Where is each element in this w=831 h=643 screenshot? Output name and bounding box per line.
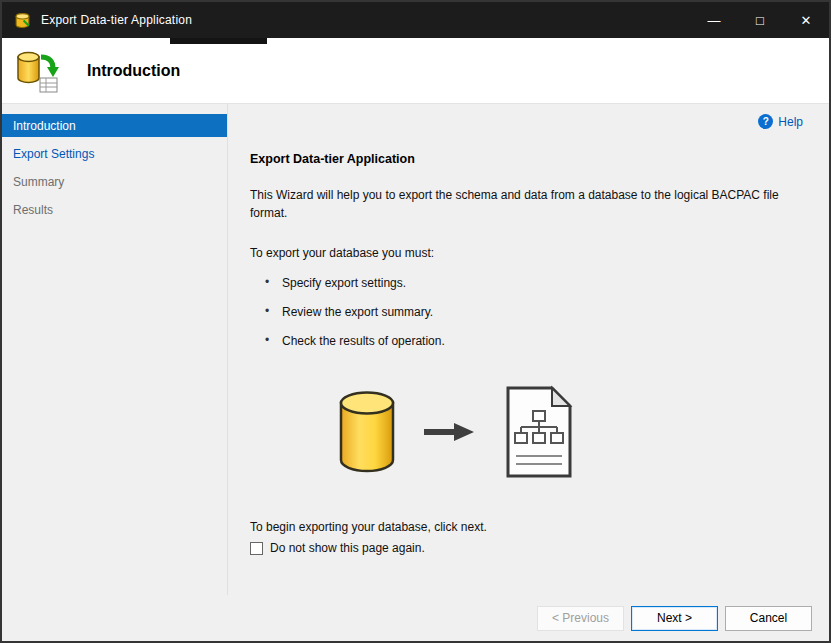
main-area: Introduction Export Settings Summary Res…	[2, 104, 829, 595]
database-icon	[338, 390, 396, 478]
requirements-text: To export your database you must:	[250, 246, 803, 260]
begin-text: To begin exporting your database, click …	[250, 520, 803, 534]
help-link[interactable]: ? Help	[758, 114, 803, 129]
wizard-step-nav: Introduction Export Settings Summary Res…	[2, 104, 228, 595]
dont-show-label: Do not show this page again.	[270, 541, 425, 555]
wizard-footer: < Previous Next > Cancel	[2, 595, 829, 641]
titlebar: Export Data-tier Application — □ ✕	[2, 2, 829, 38]
maximize-button[interactable]: □	[737, 2, 783, 38]
next-button[interactable]: Next >	[631, 606, 718, 631]
dont-show-checkbox[interactable]	[250, 542, 263, 555]
sidebar-item-label: Introduction	[13, 119, 76, 133]
help-label: Help	[778, 115, 803, 129]
help-icon: ?	[758, 114, 773, 129]
page-title: Introduction	[87, 62, 180, 80]
export-illustration	[338, 382, 803, 486]
wizard-header: Introduction	[2, 38, 829, 104]
bullet-item: Specify export settings.	[250, 276, 803, 290]
content-pane: ? Help Export Data-tier Application This…	[228, 104, 829, 595]
sidebar-item-label: Export Settings	[13, 147, 94, 161]
sidebar-item-export-settings[interactable]: Export Settings	[2, 142, 227, 165]
sidebar-item-introduction[interactable]: Introduction	[2, 114, 227, 137]
app-database-icon	[14, 12, 31, 29]
data-tier-export-icon	[15, 48, 61, 94]
bacpac-file-icon	[502, 384, 576, 484]
minimize-button[interactable]: —	[691, 2, 737, 38]
cancel-button[interactable]: Cancel	[725, 606, 812, 631]
export-data-tier-wizard-window: Export Data-tier Application — □ ✕	[0, 0, 831, 643]
arrow-right-icon	[424, 421, 474, 447]
sidebar-item-results: Results	[2, 198, 227, 221]
window-controls: — □ ✕	[691, 2, 829, 38]
bullet-item: Review the export summary.	[250, 305, 803, 319]
requirements-list: Specify export settings. Review the expo…	[250, 276, 803, 348]
dont-show-row: Do not show this page again.	[250, 541, 803, 555]
sidebar-item-label: Results	[13, 203, 53, 217]
titlebar-shadow-artifact	[170, 38, 267, 44]
content-heading: Export Data-tier Application	[250, 152, 803, 166]
close-button[interactable]: ✕	[783, 2, 829, 38]
intro-paragraph: This Wizard will help you to export the …	[250, 186, 803, 222]
bullet-item: Check the results of operation.	[250, 334, 803, 348]
sidebar-item-label: Summary	[13, 175, 64, 189]
window-title: Export Data-tier Application	[41, 13, 192, 27]
previous-button[interactable]: < Previous	[537, 606, 624, 631]
sidebar-item-summary: Summary	[2, 170, 227, 193]
